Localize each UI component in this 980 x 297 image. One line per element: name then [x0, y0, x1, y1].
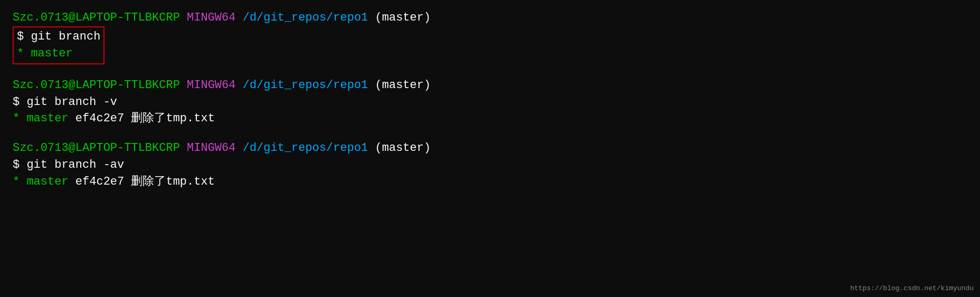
prompt-line-2: Szc.0713@LAPTOP-TTLBKCRP MINGW64 /d/git_… [13, 77, 967, 94]
hash-2: ef4c2e7 [75, 112, 131, 125]
prompt-space-3a [180, 141, 187, 155]
prompt-space-3c [368, 141, 375, 155]
prompt-user-3: Szc.0713@LAPTOP-TTLBKCRP [13, 141, 180, 155]
prompt-space-2c [368, 79, 375, 92]
git-cmd-3: git branch -av [26, 158, 124, 171]
star-2: * [13, 112, 26, 125]
terminal-block-3: Szc.0713@LAPTOP-TTLBKCRP MINGW64 /d/git_… [13, 140, 967, 190]
prompt-path-1: /d/git_repos/repo1 [243, 11, 368, 24]
prompt-user-1: Szc.0713@LAPTOP-TTLBKCRP [13, 11, 180, 24]
prompt-space-2a [180, 79, 187, 92]
prompt-branch-wrap-1 [368, 11, 375, 24]
prompt-space-3b [235, 141, 242, 155]
command-line-3: $ git branch -av [13, 157, 967, 174]
prompt-branch-1: (master) [375, 11, 431, 24]
prompt-path-3: /d/git_repos/repo1 [243, 141, 368, 155]
prompt-branch-2: (master) [375, 79, 431, 92]
star-1: * [17, 47, 31, 60]
command-line-1: $ git branch [17, 28, 100, 45]
master-2: master [26, 112, 75, 125]
dollar-1: $ [17, 30, 31, 43]
prompt-space-1 [235, 11, 242, 24]
dollar-3: $ [13, 158, 26, 171]
output-line-3-0: * master ef4c2e7 删除了tmp.txt [13, 174, 967, 190]
output-line-1-0: * master [17, 45, 100, 62]
prompt-mingw-3: MINGW64 [187, 141, 235, 155]
prompt-user-2: Szc.0713@LAPTOP-TTLBKCRP [13, 79, 180, 92]
prompt-separator-1 [180, 11, 187, 24]
git-cmd-1: git branch [31, 30, 100, 43]
master-3: master [26, 175, 75, 188]
terminal-block-2: Szc.0713@LAPTOP-TTLBKCRP MINGW64 /d/git_… [13, 77, 967, 128]
prompt-line-1: Szc.0713@LAPTOP-TTLBKCRP MINGW64 /d/git_… [13, 9, 967, 26]
prompt-branch-3: (master) [375, 141, 431, 155]
hash-3: ef4c2e7 [75, 175, 131, 188]
prompt-mingw-2: MINGW64 [187, 79, 235, 92]
prompt-space-2b [235, 79, 242, 92]
prompt-mingw-1: MINGW64 [187, 11, 235, 24]
prompt-line-3: Szc.0713@LAPTOP-TTLBKCRP MINGW64 /d/git_… [13, 140, 967, 157]
master-1: master [31, 47, 72, 60]
highlight-box-1: $ git branch * master [13, 26, 104, 64]
git-cmd-2: git branch -v [26, 95, 117, 109]
terminal-block-1: Szc.0713@LAPTOP-TTLBKCRP MINGW64 /d/git_… [13, 9, 967, 64]
watermark: https://blog.csdn.net/kimyundu [850, 284, 974, 294]
msg-3: 删除了tmp.txt [131, 175, 214, 188]
star-3: * [13, 175, 26, 188]
terminal-window: Szc.0713@LAPTOP-TTLBKCRP MINGW64 /d/git_… [0, 0, 980, 297]
dollar-2: $ [13, 95, 26, 109]
msg-2: 删除了tmp.txt [131, 112, 214, 125]
output-line-2-0: * master ef4c2e7 删除了tmp.txt [13, 110, 967, 127]
prompt-path-2: /d/git_repos/repo1 [243, 79, 368, 92]
command-line-2: $ git branch -v [13, 94, 967, 111]
